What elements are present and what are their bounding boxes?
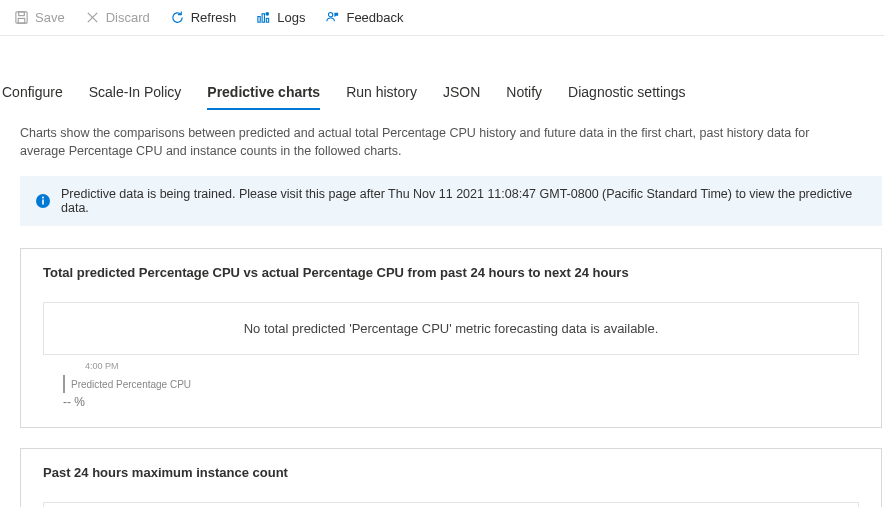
svg-rect-2 bbox=[18, 18, 25, 23]
svg-rect-7 bbox=[267, 18, 269, 22]
discard-button[interactable]: Discard bbox=[77, 6, 158, 29]
refresh-button[interactable]: Refresh bbox=[162, 6, 245, 29]
legend-swatch bbox=[63, 375, 65, 393]
chart-area: 4:00 PM Predicted Percentage CPU -- % bbox=[43, 361, 859, 409]
no-data-message: No instance count data is available. bbox=[43, 502, 859, 507]
chart-legend: Predicted Percentage CPU bbox=[63, 375, 859, 393]
save-label: Save bbox=[35, 10, 65, 25]
no-data-message: No total predicted 'Percentage CPU' metr… bbox=[43, 302, 859, 355]
info-icon bbox=[35, 193, 51, 209]
tab-run-history[interactable]: Run history bbox=[346, 78, 417, 110]
svg-rect-1 bbox=[19, 12, 25, 16]
logs-label: Logs bbox=[277, 10, 305, 25]
refresh-label: Refresh bbox=[191, 10, 237, 25]
feedback-icon bbox=[325, 10, 340, 25]
feedback-label: Feedback bbox=[346, 10, 403, 25]
legend-label: Predicted Percentage CPU bbox=[71, 379, 191, 390]
close-icon bbox=[85, 10, 100, 25]
logs-icon bbox=[256, 10, 271, 25]
svg-point-8 bbox=[266, 12, 270, 16]
logs-button[interactable]: Logs bbox=[248, 6, 313, 29]
feedback-button[interactable]: Feedback bbox=[317, 6, 411, 29]
tab-scale-in-policy[interactable]: Scale-In Policy bbox=[89, 78, 182, 110]
svg-point-12 bbox=[42, 197, 44, 199]
predicted-cpu-card: Total predicted Percentage CPU vs actual… bbox=[20, 248, 882, 428]
tab-diagnostic-settings[interactable]: Diagnostic settings bbox=[568, 78, 686, 110]
instance-count-card: Past 24 hours maximum instance count No … bbox=[20, 448, 882, 507]
svg-rect-0 bbox=[16, 12, 27, 23]
save-button[interactable]: Save bbox=[6, 6, 73, 29]
tab-predictive-charts[interactable]: Predictive charts bbox=[207, 78, 320, 110]
save-icon bbox=[14, 10, 29, 25]
tab-json[interactable]: JSON bbox=[443, 78, 480, 110]
discard-label: Discard bbox=[106, 10, 150, 25]
svg-rect-11 bbox=[42, 200, 44, 205]
card-title: Past 24 hours maximum instance count bbox=[43, 465, 859, 480]
svg-rect-6 bbox=[262, 14, 264, 22]
description-text: Charts show the comparisons between pred… bbox=[20, 124, 840, 160]
x-axis-label: 4:00 PM bbox=[85, 361, 859, 371]
tab-notify[interactable]: Notify bbox=[506, 78, 542, 110]
refresh-icon bbox=[170, 10, 185, 25]
tab-configure[interactable]: Configure bbox=[2, 78, 63, 110]
svg-rect-5 bbox=[258, 17, 260, 23]
main-content: Charts show the comparisons between pred… bbox=[0, 110, 884, 507]
info-banner-text: Predictive data is being trained. Please… bbox=[61, 187, 867, 215]
command-bar: Save Discard Refresh Logs Feedback bbox=[0, 0, 884, 36]
info-banner: Predictive data is being trained. Please… bbox=[20, 176, 882, 226]
legend-value: -- % bbox=[63, 395, 859, 409]
svg-point-9 bbox=[329, 13, 333, 17]
tab-bar: Configure Scale-In Policy Predictive cha… bbox=[0, 78, 884, 110]
card-title: Total predicted Percentage CPU vs actual… bbox=[43, 265, 859, 280]
